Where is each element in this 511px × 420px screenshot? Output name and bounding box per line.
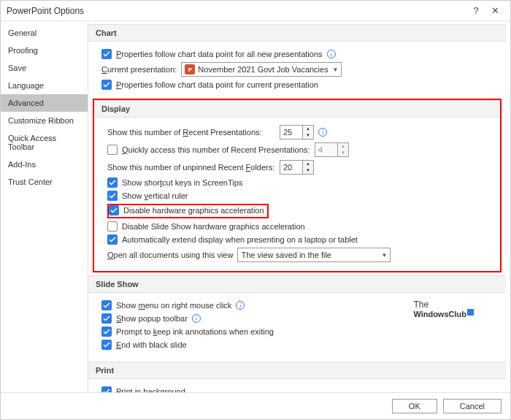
sidebar-item-advanced[interactable]: Advanced bbox=[1, 94, 88, 112]
close-button[interactable]: ✕ bbox=[485, 5, 504, 16]
input-quick bbox=[315, 143, 337, 156]
watermark: The WindowsClub bbox=[413, 300, 474, 318]
dropdown-open-view[interactable]: The view saved in the file ▼ bbox=[237, 248, 391, 262]
checkbox-disable-hw[interactable] bbox=[109, 205, 119, 215]
dialog-title: PowerPoint Options bbox=[7, 6, 466, 16]
label-open-view: Open all documents using this view bbox=[107, 251, 233, 259]
label-follow-current: Properties follow chart data point for c… bbox=[116, 80, 318, 89]
dialog-footer: OK Cancel bbox=[1, 392, 510, 419]
section-chart-heading: Chart bbox=[88, 24, 506, 42]
watermark-line1: The bbox=[413, 300, 474, 309]
sidebar-item-customize-ribbon[interactable]: Customize Ribbon bbox=[1, 112, 88, 129]
sidebar-item-addins[interactable]: Add-Ins bbox=[1, 156, 88, 173]
label-shortcut-keys: Show shortcut keys in ScreenTips bbox=[122, 178, 242, 187]
label-popup-toolbar: Show popup toolbar bbox=[116, 314, 188, 323]
checkbox-quick-access[interactable] bbox=[107, 145, 118, 155]
label-disable-ss-hw: Disable Slide Show hardware graphics acc… bbox=[122, 222, 305, 231]
titlebar: PowerPoint Options ? ✕ bbox=[1, 1, 510, 21]
info-icon[interactable]: i bbox=[236, 301, 245, 310]
spin-down-icon[interactable]: ▼ bbox=[303, 167, 313, 174]
spin-up-icon: ▲ bbox=[338, 143, 348, 150]
spin-down-icon[interactable]: ▼ bbox=[303, 132, 313, 139]
spin-up-icon[interactable]: ▲ bbox=[303, 126, 313, 132]
sidebar-item-general[interactable]: General bbox=[1, 24, 88, 42]
sidebar-item-language[interactable]: Language bbox=[1, 77, 88, 94]
spinner-quick-access: ▲▼ bbox=[315, 142, 349, 157]
chevron-down-icon: ▼ bbox=[382, 252, 388, 259]
sidebar-item-trust-center[interactable]: Trust Center bbox=[1, 173, 88, 191]
label-print-bg: Print in background bbox=[116, 387, 185, 392]
cancel-button[interactable]: Cancel bbox=[443, 399, 502, 413]
label-recent-presentations: Show this number of Recent Presentations… bbox=[107, 128, 275, 137]
checkbox-popup-toolbar[interactable] bbox=[101, 313, 112, 324]
info-icon[interactable]: i bbox=[192, 314, 201, 323]
section-print-heading: Print bbox=[88, 362, 506, 379]
watermark-line2: WindowsClub bbox=[413, 309, 474, 318]
label-ink: Prompt to keep ink annotations when exit… bbox=[116, 327, 274, 336]
powerpoint-icon: P bbox=[185, 64, 195, 75]
chevron-down-icon: ▼ bbox=[332, 66, 338, 73]
label-end-black: End with black slide bbox=[116, 340, 187, 349]
sidebar-item-proofing[interactable]: Proofing bbox=[1, 42, 88, 59]
label-quick-access: Quickly access this number of Recent Pre… bbox=[122, 145, 310, 154]
checkbox-vertical-ruler[interactable] bbox=[107, 191, 118, 201]
highlight-display-section: Display Show this number of Recent Prese… bbox=[93, 99, 502, 272]
dropdown-value: November 2021 Govt Job Vacancies bbox=[198, 65, 328, 74]
spinner-recent-presentations[interactable]: ▲▼ bbox=[280, 125, 314, 140]
checkbox-follow-current[interactable] bbox=[101, 80, 112, 90]
dropdown-current-presentation[interactable]: P November 2021 Govt Job Vacancies ▼ bbox=[181, 62, 342, 77]
label-unpinned-folders: Show this number of unpinned Recent Fold… bbox=[107, 163, 275, 172]
spinner-unpinned-folders[interactable]: ▲▼ bbox=[280, 160, 314, 175]
dialog-body: General Proofing Save Language Advanced … bbox=[1, 21, 510, 392]
section-chart: Properties follow chart data point for a… bbox=[88, 42, 506, 99]
sidebar: General Proofing Save Language Advanced … bbox=[1, 21, 88, 392]
spin-up-icon[interactable]: ▲ bbox=[303, 161, 313, 167]
checkbox-print-bg[interactable] bbox=[101, 386, 112, 392]
checkbox-ink[interactable] bbox=[101, 327, 112, 337]
info-icon[interactable]: i bbox=[327, 50, 336, 58]
label-disable-hw: Disable hardware graphics acceleration bbox=[123, 206, 264, 215]
highlight-disable-hw: Disable hardware graphics acceleration bbox=[107, 204, 269, 218]
input-unpinned[interactable] bbox=[280, 161, 302, 174]
help-button[interactable]: ? bbox=[466, 5, 485, 16]
ok-button[interactable]: OK bbox=[392, 399, 437, 413]
label-follow-all: Properties follow chart data point for a… bbox=[116, 50, 323, 58]
section-print: Print in background Print TrueType fonts… bbox=[88, 379, 506, 392]
section-display: Show this number of Recent Presentations… bbox=[94, 118, 500, 271]
label-current-presentation: Current presentation: bbox=[101, 65, 177, 74]
sidebar-item-qat[interactable]: Quick Access Toolbar bbox=[1, 129, 88, 156]
dropdown-value: The view saved in the file bbox=[241, 251, 331, 259]
section-slideshow-heading: Slide Show bbox=[88, 275, 506, 293]
square-icon bbox=[467, 309, 474, 316]
checkbox-right-menu[interactable] bbox=[101, 300, 112, 310]
section-display-heading: Display bbox=[94, 100, 500, 118]
sidebar-item-save[interactable]: Save bbox=[1, 59, 88, 77]
info-icon[interactable]: i bbox=[318, 128, 327, 137]
label-vertical-ruler: Show vertical ruler bbox=[122, 191, 188, 200]
checkbox-shortcut-keys[interactable] bbox=[107, 177, 118, 188]
input-recent[interactable] bbox=[280, 126, 302, 139]
label-right-menu: Show menu on right mouse click bbox=[116, 301, 231, 310]
label-auto-extend: Automatically extend display when presen… bbox=[122, 235, 358, 244]
checkbox-follow-all[interactable] bbox=[101, 49, 112, 59]
checkbox-disable-ss-hw[interactable] bbox=[107, 221, 118, 232]
spin-down-icon: ▼ bbox=[338, 150, 348, 156]
checkbox-end-black[interactable] bbox=[101, 340, 112, 350]
options-dialog: PowerPoint Options ? ✕ General Proofing … bbox=[0, 0, 511, 420]
checkbox-auto-extend[interactable] bbox=[107, 234, 118, 245]
content-pane[interactable]: Chart Properties follow chart data point… bbox=[88, 21, 510, 392]
